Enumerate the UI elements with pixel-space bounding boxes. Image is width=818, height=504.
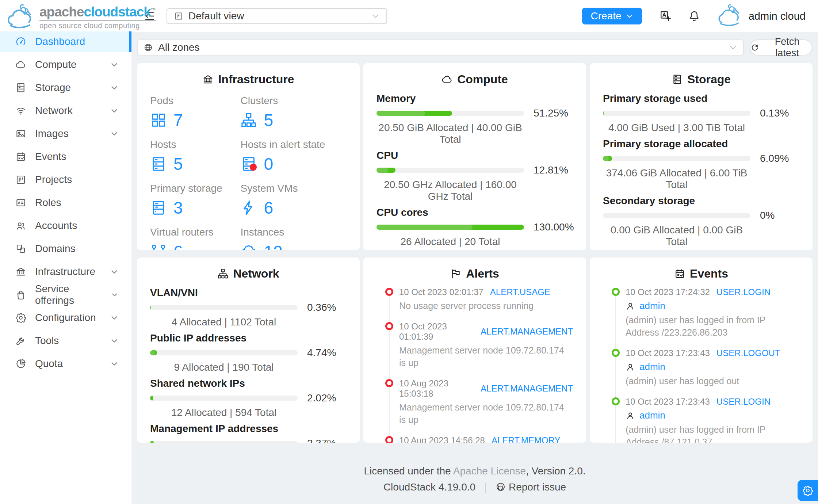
sidebar-item[interactable]: Configuration	[0, 308, 131, 328]
usage-label: Shared network IPs	[150, 378, 347, 389]
sidebar-item[interactable]: Projects	[0, 169, 131, 190]
fetch-latest-button[interactable]: Fetch latest	[750, 39, 813, 56]
sidebar-item[interactable]: Images	[0, 123, 131, 144]
event-user-link[interactable]: admin	[639, 361, 665, 373]
event-status-dot	[612, 288, 620, 296]
event-user-link[interactable]: admin	[639, 410, 665, 421]
event-timestamp: 10 Oct 2023 17:24:32	[626, 287, 710, 297]
usage-label: Public IP addresses	[150, 332, 347, 344]
infra-metric[interactable]: Primary storage 3	[150, 183, 240, 218]
alert-description: Management server node 109.72.80.174 is …	[399, 401, 573, 426]
usage-percent: 51.25%	[534, 107, 573, 119]
event-timestamp: 10 Oct 2023 17:23:43	[626, 348, 710, 358]
event-type-link[interactable]: USER.LOGIN	[716, 397, 771, 407]
calendar-check-icon	[674, 268, 685, 279]
event-type-link[interactable]: USER.LOGOUT	[716, 348, 780, 358]
chevron-down-icon	[110, 360, 118, 368]
event-status-dot	[612, 397, 620, 405]
progress-bar	[603, 156, 750, 161]
infra-metric-label: Clusters	[240, 95, 347, 107]
alert-type-link[interactable]: ALERT.MANAGEMENT	[481, 383, 573, 394]
sidebar-item[interactable]: Compute	[0, 54, 131, 75]
infra-metric-icon	[150, 112, 167, 129]
infra-metric-icon	[240, 156, 257, 172]
event-description: (admin) user has logged out	[626, 375, 799, 387]
infra-metric-label: Primary storage	[150, 183, 240, 194]
infra-metric[interactable]: Hosts 5	[150, 139, 240, 174]
event-description: (admin) user has logged in from IP Addre…	[626, 423, 799, 443]
card-title: Alerts	[466, 267, 499, 280]
infra-metric[interactable]: Hosts in alert state 0	[240, 139, 347, 174]
event-user-link[interactable]: admin	[639, 300, 665, 312]
sidebar-item[interactable]: Tools	[0, 331, 131, 351]
alerts-card: Alerts 10 Oct 2023 02:01:37 ALERT.USAGE …	[363, 257, 586, 443]
infra-metric-icon	[150, 156, 167, 172]
usage-detail: 0.00 GiB Allocated | 0.00 GiB Total	[603, 224, 750, 248]
infra-metric[interactable]: System VMs 6	[240, 183, 347, 218]
sidebar-item[interactable]: Infrastructure	[0, 261, 131, 282]
alert-timestamp: 10 Aug 2023 14:56:28	[399, 435, 485, 443]
translate-icon[interactable]	[660, 10, 672, 22]
sidebar-item-icon	[15, 358, 26, 369]
usage-label: Secondary storage	[603, 195, 799, 207]
create-button[interactable]: Create	[582, 8, 642, 24]
alert-type-link[interactable]: ALERT.USAGE	[490, 287, 550, 297]
infra-metric[interactable]: Virtual routers 6	[150, 226, 240, 250]
progress-bar	[150, 441, 298, 443]
usage-label: Memory	[376, 93, 573, 104]
sidebar-item[interactable]: Dashboard	[0, 31, 131, 52]
sidebar-item-icon	[15, 59, 26, 70]
apache-license-link[interactable]: Apache License	[453, 465, 526, 477]
alert-description: Management server node 109.72.80.174 is …	[399, 344, 573, 369]
event-type-link[interactable]: USER.LOGIN	[716, 287, 771, 297]
storage-card: Storage Primary storage used 0.13% 4.0	[590, 63, 813, 250]
user-avatar[interactable]	[715, 4, 745, 28]
zone-selector[interactable]: All zones	[137, 39, 744, 56]
sidebar-item[interactable]: Roles	[0, 192, 131, 213]
sidebar-item-label: Projects	[35, 174, 72, 186]
events-timeline: 10 Oct 2023 17:24:32 USER.LOGIN admin (a…	[603, 287, 799, 443]
infra-metric-value: 7	[173, 110, 183, 130]
infra-metric[interactable]: Pods 7	[150, 95, 240, 130]
sidebar-item[interactable]: Quota	[0, 354, 131, 374]
usage-detail: 12 Allocated | 594 Total	[150, 407, 298, 419]
alert-timestamp: 10 Aug 2023 15:03:18	[399, 378, 474, 399]
usage-label: VLAN/VNI	[150, 287, 347, 299]
sidebar-item-label: Roles	[35, 197, 61, 209]
alert-type-link[interactable]: ALERT.MANAGEMENT	[481, 327, 573, 337]
usage-detail: 9 Allocated | 190 Total	[150, 362, 298, 373]
sidebar-item[interactable]: Events	[0, 146, 131, 167]
user-name[interactable]: admin cloud	[749, 10, 806, 22]
usage-percent: 6.09%	[760, 153, 799, 164]
events-card: Events 10 Oct 2023 17:24:32 USER.LOGIN	[590, 257, 813, 443]
settings-fab-button[interactable]	[798, 480, 818, 501]
notification-bell-icon[interactable]	[688, 10, 700, 22]
alert-item: 10 Aug 2023 15:03:18 ALERT.MANAGEMENT Ma…	[376, 378, 573, 426]
infra-metric[interactable]: Clusters 5	[240, 95, 347, 130]
sidebar-item-icon	[15, 220, 26, 231]
usage-percent: 2.02%	[307, 392, 347, 404]
sidebar-item-label: Quota	[35, 358, 63, 370]
infra-metric-label: Pods	[150, 95, 240, 107]
report-issue-link[interactable]: Report issue	[509, 481, 566, 493]
chevron-down-icon	[371, 12, 380, 20]
view-selector[interactable]: Default view	[167, 8, 387, 24]
alert-type-link[interactable]: ALERT.MEMORY	[492, 435, 561, 443]
event-item: 10 Oct 2023 17:23:43 USER.LOGOUT admin (…	[603, 348, 799, 387]
chevron-down-icon	[111, 291, 118, 299]
alert-item: 10 Aug 2023 14:56:28 ALERT.MEMORY System…	[376, 435, 573, 443]
sidebar-item[interactable]: Domains	[0, 238, 131, 259]
sidebar-item[interactable]: Accounts	[0, 215, 131, 236]
infra-metric-value: 0	[264, 154, 273, 174]
infra-metric[interactable]: Instances 12	[240, 226, 347, 250]
sidebar-item[interactable]: Network	[0, 100, 131, 121]
alert-status-dot	[385, 379, 393, 387]
sidebar-item-icon	[15, 197, 26, 208]
sidebar-item[interactable]: Storage	[0, 77, 131, 98]
chevron-down-icon	[110, 268, 118, 276]
progress-bar	[150, 350, 298, 355]
infra-metric-value: 5	[264, 110, 273, 130]
sidebar: apachecloudstack™ open source cloud comp…	[0, 0, 131, 504]
sidebar-item[interactable]: Service offerings	[0, 285, 131, 305]
chevron-down-icon	[110, 337, 118, 345]
